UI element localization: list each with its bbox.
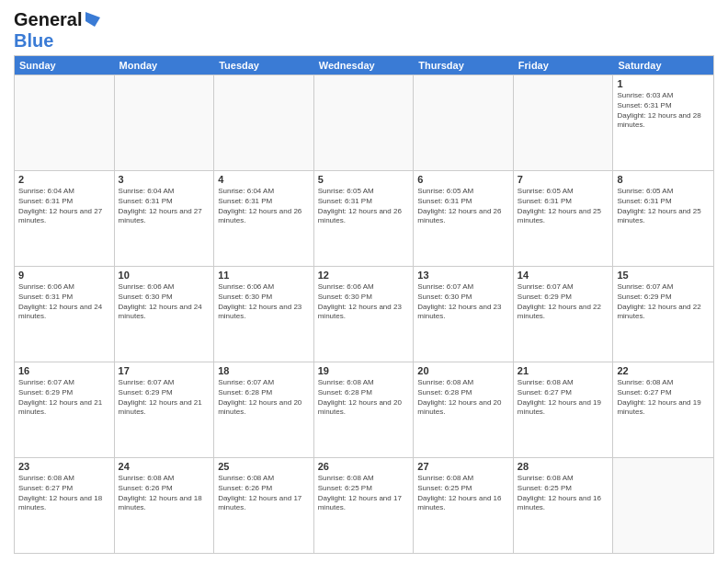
- day-number-8: 8: [617, 174, 710, 185]
- day-number-18: 18: [218, 365, 310, 376]
- day-info-1: Sunrise: 6:03 AMSunset: 6:31 PMDaylight:…: [617, 91, 710, 131]
- day-info-7: Sunrise: 6:05 AMSunset: 6:31 PMDaylight:…: [518, 187, 609, 226]
- day-number-28: 28: [518, 461, 609, 472]
- empty-cell-0-0: [15, 75, 115, 170]
- day-info-13: Sunrise: 6:07 AMSunset: 6:30 PMDaylight:…: [417, 282, 509, 322]
- day-info-11: Sunrise: 6:06 AMSunset: 6:30 PMDaylight:…: [218, 282, 310, 322]
- day-cell-22: 22Sunrise: 6:08 AMSunset: 6:27 PMDayligh…: [613, 362, 713, 457]
- day-cell-21: 21Sunrise: 6:08 AMSunset: 6:27 PMDayligh…: [514, 362, 614, 457]
- day-number-5: 5: [318, 174, 410, 185]
- day-info-10: Sunrise: 6:06 AMSunset: 6:30 PMDaylight:…: [119, 282, 210, 322]
- day-cell-26: 26Sunrise: 6:08 AMSunset: 6:25 PMDayligh…: [314, 458, 415, 553]
- day-number-26: 26: [318, 461, 410, 472]
- day-cell-15: 15Sunrise: 6:07 AMSunset: 6:29 PMDayligh…: [613, 267, 713, 362]
- day-info-24: Sunrise: 6:08 AMSunset: 6:26 PMDaylight:…: [119, 474, 210, 513]
- day-number-2: 2: [18, 174, 110, 185]
- day-number-10: 10: [119, 270, 210, 281]
- week-row-0: 1Sunrise: 6:03 AMSunset: 6:31 PMDaylight…: [15, 75, 713, 170]
- day-cell-4: 4Sunrise: 6:04 AMSunset: 6:31 PMDaylight…: [214, 171, 314, 266]
- day-cell-8: 8Sunrise: 6:05 AMSunset: 6:31 PMDaylight…: [613, 171, 713, 266]
- day-info-28: Sunrise: 6:08 AMSunset: 6:25 PMDaylight:…: [518, 474, 609, 513]
- day-info-16: Sunrise: 6:07 AMSunset: 6:29 PMDaylight:…: [18, 378, 110, 418]
- header-saturday: Saturday: [613, 56, 713, 75]
- svg-marker-0: [85, 12, 100, 27]
- calendar-body: 1Sunrise: 6:03 AMSunset: 6:31 PMDaylight…: [15, 75, 713, 553]
- day-info-20: Sunrise: 6:08 AMSunset: 6:28 PMDaylight:…: [417, 378, 509, 418]
- page: General Blue Sunday Monday Tuesday Wedne…: [0, 0, 728, 563]
- day-number-9: 9: [18, 270, 110, 281]
- day-cell-20: 20Sunrise: 6:08 AMSunset: 6:28 PMDayligh…: [414, 362, 514, 457]
- day-number-13: 13: [417, 270, 509, 281]
- day-info-14: Sunrise: 6:07 AMSunset: 6:29 PMDaylight:…: [518, 282, 609, 322]
- day-cell-2: 2Sunrise: 6:04 AMSunset: 6:31 PMDaylight…: [15, 171, 115, 266]
- day-cell-1: 1Sunrise: 6:03 AMSunset: 6:31 PMDaylight…: [613, 75, 713, 170]
- day-number-16: 16: [18, 365, 110, 376]
- day-info-15: Sunrise: 6:07 AMSunset: 6:29 PMDaylight:…: [617, 282, 710, 322]
- header-thursday: Thursday: [414, 56, 514, 75]
- day-info-3: Sunrise: 6:04 AMSunset: 6:31 PMDaylight:…: [119, 187, 210, 226]
- day-cell-10: 10Sunrise: 6:06 AMSunset: 6:30 PMDayligh…: [115, 267, 215, 362]
- day-number-3: 3: [119, 174, 210, 185]
- day-cell-24: 24Sunrise: 6:08 AMSunset: 6:26 PMDayligh…: [115, 458, 215, 553]
- day-info-27: Sunrise: 6:08 AMSunset: 6:25 PMDaylight:…: [417, 474, 509, 513]
- day-cell-28: 28Sunrise: 6:08 AMSunset: 6:25 PMDayligh…: [514, 458, 614, 553]
- empty-cell-4-6: [613, 458, 713, 553]
- day-cell-13: 13Sunrise: 6:07 AMSunset: 6:30 PMDayligh…: [414, 267, 514, 362]
- day-info-18: Sunrise: 6:07 AMSunset: 6:28 PMDaylight:…: [218, 378, 310, 418]
- day-cell-12: 12Sunrise: 6:06 AMSunset: 6:30 PMDayligh…: [314, 267, 415, 362]
- day-number-11: 11: [218, 270, 310, 281]
- day-number-6: 6: [417, 174, 509, 185]
- day-cell-5: 5Sunrise: 6:05 AMSunset: 6:31 PMDaylight…: [314, 171, 415, 266]
- day-cell-3: 3Sunrise: 6:04 AMSunset: 6:31 PMDaylight…: [115, 171, 215, 266]
- day-cell-17: 17Sunrise: 6:07 AMSunset: 6:29 PMDayligh…: [115, 362, 215, 457]
- day-cell-6: 6Sunrise: 6:05 AMSunset: 6:31 PMDaylight…: [414, 171, 514, 266]
- empty-cell-0-4: [414, 75, 514, 170]
- day-number-27: 27: [417, 461, 509, 472]
- day-cell-11: 11Sunrise: 6:06 AMSunset: 6:30 PMDayligh…: [214, 267, 314, 362]
- day-info-4: Sunrise: 6:04 AMSunset: 6:31 PMDaylight:…: [218, 187, 310, 226]
- day-number-25: 25: [218, 461, 310, 472]
- day-cell-19: 19Sunrise: 6:08 AMSunset: 6:28 PMDayligh…: [314, 362, 415, 457]
- header-friday: Friday: [514, 56, 614, 75]
- day-info-8: Sunrise: 6:05 AMSunset: 6:31 PMDaylight:…: [617, 187, 710, 226]
- day-info-23: Sunrise: 6:08 AMSunset: 6:27 PMDaylight:…: [18, 474, 110, 513]
- logo-blue: Blue: [14, 30, 53, 51]
- logo-general: General: [14, 9, 82, 30]
- header-monday: Monday: [115, 56, 215, 75]
- day-cell-18: 18Sunrise: 6:07 AMSunset: 6:28 PMDayligh…: [214, 362, 314, 457]
- day-number-14: 14: [518, 270, 609, 281]
- day-cell-16: 16Sunrise: 6:07 AMSunset: 6:29 PMDayligh…: [15, 362, 115, 457]
- day-number-23: 23: [18, 461, 110, 472]
- header-tuesday: Tuesday: [214, 56, 314, 75]
- day-cell-9: 9Sunrise: 6:06 AMSunset: 6:31 PMDaylight…: [15, 267, 115, 362]
- day-info-26: Sunrise: 6:08 AMSunset: 6:25 PMDaylight:…: [318, 474, 410, 513]
- day-number-24: 24: [119, 461, 210, 472]
- empty-cell-0-2: [214, 75, 314, 170]
- day-cell-25: 25Sunrise: 6:08 AMSunset: 6:26 PMDayligh…: [214, 458, 314, 553]
- week-row-2: 9Sunrise: 6:06 AMSunset: 6:31 PMDaylight…: [15, 266, 713, 362]
- day-number-20: 20: [417, 365, 509, 376]
- empty-cell-0-5: [514, 75, 614, 170]
- week-row-3: 16Sunrise: 6:07 AMSunset: 6:29 PMDayligh…: [15, 362, 713, 457]
- day-cell-23: 23Sunrise: 6:08 AMSunset: 6:27 PMDayligh…: [15, 458, 115, 553]
- day-number-19: 19: [318, 365, 410, 376]
- day-info-19: Sunrise: 6:08 AMSunset: 6:28 PMDaylight:…: [318, 378, 410, 418]
- day-info-12: Sunrise: 6:06 AMSunset: 6:30 PMDaylight:…: [318, 282, 410, 322]
- day-number-17: 17: [119, 365, 210, 376]
- day-number-21: 21: [518, 365, 609, 376]
- day-info-6: Sunrise: 6:05 AMSunset: 6:31 PMDaylight:…: [417, 187, 509, 226]
- day-info-9: Sunrise: 6:06 AMSunset: 6:31 PMDaylight:…: [18, 282, 110, 322]
- day-cell-27: 27Sunrise: 6:08 AMSunset: 6:25 PMDayligh…: [414, 458, 514, 553]
- empty-cell-0-1: [115, 75, 215, 170]
- header-wednesday: Wednesday: [314, 56, 415, 75]
- day-info-21: Sunrise: 6:08 AMSunset: 6:27 PMDaylight:…: [518, 378, 609, 418]
- day-cell-14: 14Sunrise: 6:07 AMSunset: 6:29 PMDayligh…: [514, 267, 614, 362]
- day-info-2: Sunrise: 6:04 AMSunset: 6:31 PMDaylight:…: [18, 187, 110, 226]
- day-info-22: Sunrise: 6:08 AMSunset: 6:27 PMDaylight:…: [617, 378, 710, 418]
- logo: General Blue: [14, 9, 102, 52]
- day-number-7: 7: [518, 174, 609, 185]
- day-cell-7: 7Sunrise: 6:05 AMSunset: 6:31 PMDaylight…: [514, 171, 614, 266]
- day-number-1: 1: [617, 78, 710, 89]
- calendar-header: Sunday Monday Tuesday Wednesday Thursday…: [15, 56, 713, 75]
- week-row-1: 2Sunrise: 6:04 AMSunset: 6:31 PMDaylight…: [15, 170, 713, 266]
